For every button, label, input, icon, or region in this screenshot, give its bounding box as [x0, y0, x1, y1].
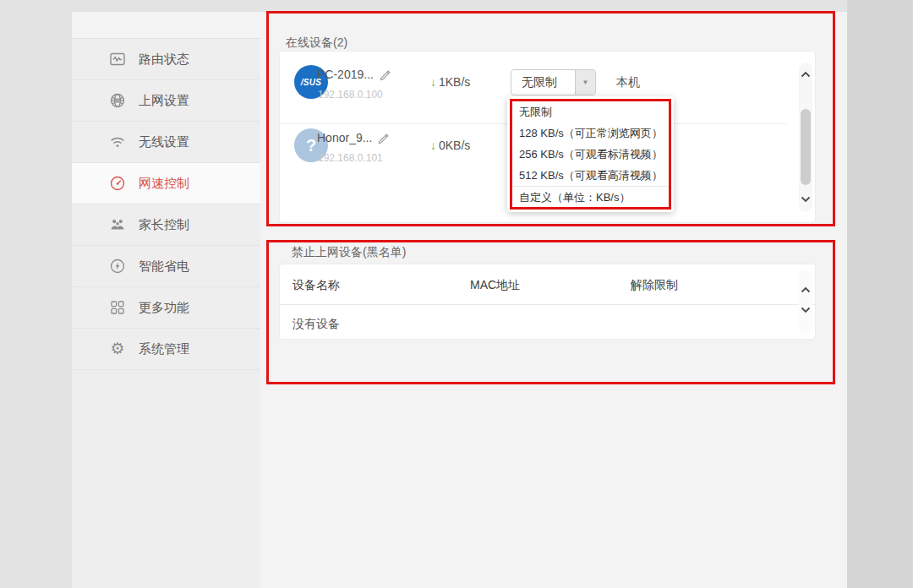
- column-header-unblock: 解除限制: [631, 278, 678, 293]
- app-window: 路由状态 上网设置 无线设置: [72, 12, 847, 588]
- question-mark-icon: ?: [306, 136, 316, 155]
- device-ip: 192.168.0.101: [318, 152, 383, 164]
- blacklist-header-row: 设备名称 MAC地址 解除限制: [280, 264, 815, 305]
- speedometer-icon: [109, 175, 126, 192]
- globe-icon: [109, 92, 126, 109]
- dropdown-option-256[interactable]: 256 KB/s（可观看标清视频）: [512, 144, 669, 165]
- router-status-icon: [109, 51, 126, 68]
- download-arrow-icon: ↓: [430, 139, 436, 152]
- grid-icon: [109, 299, 126, 316]
- sidebar-item-label: 系统管理: [139, 341, 189, 357]
- lightning-icon: [109, 258, 126, 275]
- download-arrow-icon: ↓: [430, 75, 436, 89]
- online-devices-title: 在线设备(2): [286, 35, 347, 51]
- sidebar-item-label: 上网设置: [139, 93, 189, 109]
- sidebar-item-internet-settings[interactable]: 上网设置: [72, 80, 260, 122]
- blacklist-scrollbar[interactable]: [799, 270, 812, 335]
- sidebar-item-label: 家长控制: [139, 217, 189, 233]
- scroll-up-icon[interactable]: [801, 71, 811, 78]
- sidebar-item-parental-control[interactable]: 家长控制: [72, 204, 260, 246]
- online-list-scrollbar[interactable]: [799, 63, 812, 212]
- wifi-icon: [109, 133, 126, 150]
- sidebar-item-label: 无线设置: [139, 134, 189, 150]
- download-speed: ↓1KB/s: [430, 75, 470, 89]
- sidebar-item-power-saving[interactable]: 智能省电: [72, 246, 260, 287]
- local-host-tag: 本机: [616, 75, 640, 90]
- dropdown-option-unlimited[interactable]: 无限制: [512, 101, 669, 122]
- device-name: Honor_9...: [317, 131, 372, 144]
- sidebar-item-wireless-settings[interactable]: 无线设置: [72, 122, 260, 163]
- scroll-up-icon[interactable]: [801, 286, 811, 293]
- blacklist-title: 禁止上网设备(黑名单): [292, 245, 406, 260]
- column-header-device-name: 设备名称: [292, 278, 340, 293]
- sidebar-item-label: 网速控制: [139, 176, 189, 192]
- sidebar-item-speed-control[interactable]: 网速控制: [72, 163, 260, 204]
- router-admin-screen: 路由状态 上网设置 无线设置: [0, 0, 913, 588]
- column-header-mac: MAC地址: [470, 278, 520, 293]
- download-speed: ↓0KB/s: [430, 139, 470, 152]
- chevron-down-icon[interactable]: ▼: [575, 70, 595, 95]
- device-name: PC-2019...: [317, 68, 374, 81]
- sidebar-item-label: 路由状态: [139, 52, 189, 68]
- scrollbar-thumb[interactable]: [801, 109, 811, 185]
- dropdown-option-128[interactable]: 128 KB/s（可正常浏览网页）: [512, 122, 669, 144]
- device-ip: 192.168.0.100: [318, 89, 383, 101]
- edit-pencil-icon[interactable]: [379, 68, 392, 81]
- family-icon: [109, 216, 126, 233]
- dropdown-option-512[interactable]: 512 KB/s（可观看高清视频）: [512, 165, 669, 186]
- dropdown-option-custom[interactable]: 自定义（单位：KB/s）: [512, 186, 669, 207]
- gear-icon: ⚙: [109, 340, 126, 357]
- sidebar-header: [72, 12, 260, 39]
- blacklist-card: 设备名称 MAC地址 解除限制 没有设备: [279, 264, 816, 340]
- speed-limit-selected-value: 无限制: [511, 70, 575, 95]
- blacklist-empty-text: 没有设备: [292, 317, 340, 332]
- annotation-box-dropdown: 无限制 128 KB/s（可正常浏览网页） 256 KB/s（可观看标清视频） …: [510, 99, 671, 210]
- sidebar-item-label: 更多功能: [139, 300, 189, 316]
- sidebar-item-system-management[interactable]: ⚙ 系统管理: [72, 329, 260, 370]
- speed-limit-dropdown-popup: 无限制 128 KB/s（可正常浏览网页） 256 KB/s（可观看标清视频） …: [507, 96, 674, 212]
- page-background: [847, 0, 913, 588]
- sidebar-item-router-status[interactable]: 路由状态: [72, 39, 260, 80]
- sidebar-item-label: 智能省电: [139, 259, 189, 275]
- sidebar: 路由状态 上网设置 无线设置: [72, 12, 260, 588]
- speed-limit-select[interactable]: 无限制 ▼: [511, 69, 596, 95]
- sidebar-item-more-features[interactable]: 更多功能: [72, 287, 260, 329]
- edit-pencil-icon[interactable]: [377, 131, 391, 144]
- scroll-down-icon[interactable]: [801, 307, 811, 313]
- scroll-down-icon[interactable]: [801, 196, 811, 203]
